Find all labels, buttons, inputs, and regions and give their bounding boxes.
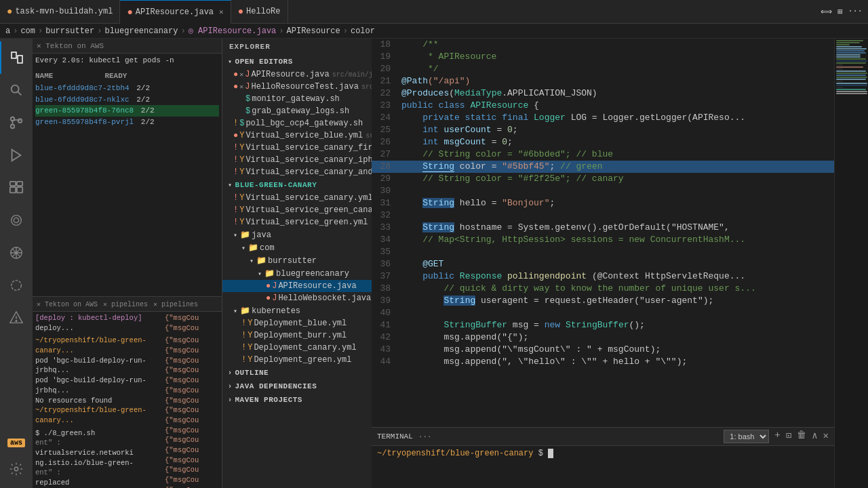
section-java-deps[interactable]: › JAVA DEPENDENCIES xyxy=(222,380,372,393)
bottom-terminal-output: [deploy : kubectl-deploy] deploy... ~/tr… xyxy=(33,312,222,488)
tab-close-button[interactable]: ✕ xyxy=(219,7,224,16)
mini-line-19 xyxy=(836,77,867,78)
tree-folder-k8s-label: kubernetes xyxy=(252,306,300,316)
tree-file-hellowebsocket[interactable]: ● J HelloWebsocket.java xyxy=(222,292,372,304)
open-editor-monitor[interactable]: $ monitor_gateway.sh xyxy=(222,93,372,105)
explorer-title: EXPLORER xyxy=(222,39,372,55)
tree-vsgreen-canary[interactable]: ! Y Virtual_service_green_canary.yml xyxy=(222,204,372,216)
open-editor-poll[interactable]: ! $ poll_bgc_ocp4_gateway.sh xyxy=(222,117,372,129)
tab-task-mvn[interactable]: ● task-mvn-buildah.yml xyxy=(0,0,120,24)
tree-deployment-canary[interactable]: ! Y Deployment_canary.yml xyxy=(222,342,372,354)
editor-area: 18 /** 19 * APIResource 20 */ 21 @Path("… xyxy=(372,39,834,488)
mini-line-23 xyxy=(836,85,867,86)
activity-warning-icon[interactable] xyxy=(0,302,33,334)
section-java-deps-label: JAVA DEPENDENCIES xyxy=(235,382,317,390)
open-file-name2: HelloResourceTest.java xyxy=(251,82,358,92)
folder-icon-bgc: 📁 xyxy=(264,268,275,279)
section-open-editors[interactable]: ▾ OPEN EDITORS xyxy=(222,55,372,68)
tree-folder-kubernetes[interactable]: ▾ 📁 kubernetes xyxy=(222,304,372,317)
activity-kubernetes-icon[interactable] xyxy=(0,237,33,269)
tree-folder-bluegreencanary[interactable]: ▾ 📁 bluegreencanary xyxy=(222,267,372,280)
mini-line-12 xyxy=(836,62,866,64)
tab-hello[interactable]: ● HelloRe xyxy=(231,0,288,24)
activity-git-icon[interactable] xyxy=(0,106,33,139)
pod-row-1: blue-6fddd9d8c7-2tbh4 2/2 xyxy=(35,83,219,94)
mini-line-5 xyxy=(836,48,867,49)
section-blue-green-canary[interactable]: ▾ BLUE-GREEN-CANARY xyxy=(222,178,372,192)
open-editor-api-resource[interactable]: ● ✕ J APIResource.java src/main/java/com… xyxy=(222,68,372,81)
tab-dot-icon: ● xyxy=(7,6,12,17)
open-editor-grab[interactable]: $ grab_gateway_logs.sh xyxy=(222,105,372,117)
terminal-more-icon[interactable]: ··· xyxy=(418,432,432,441)
code-editor[interactable]: 18 /** 19 * APIResource 20 */ 21 @Path("… xyxy=(372,39,834,427)
yaml-icon3: Y xyxy=(239,218,244,227)
yaml-icon-deploy-burr: Y xyxy=(248,331,252,340)
activity-openshift-icon[interactable] xyxy=(0,204,33,237)
tekton-aws-tab[interactable]: ✕ Tekton on AWS xyxy=(37,300,98,308)
tree-file-apiresource[interactable]: ● J APIResource.java xyxy=(222,280,372,292)
terminal-tab-label[interactable]: TERMINAL xyxy=(377,432,413,441)
file-icon-yaml4: Y xyxy=(239,167,244,177)
open-editor-vsblue[interactable]: ● Y Virtual_service_blue.yml src/main/is… xyxy=(222,129,372,142)
tree-folder-com[interactable]: ▾ 📁 com xyxy=(222,241,372,254)
aws-badge[interactable]: aws xyxy=(7,439,25,447)
minimap-content xyxy=(835,39,868,96)
terminal-trash-icon[interactable]: 🗑 xyxy=(797,430,806,443)
tree-folder-java-label: java xyxy=(252,230,271,240)
tree-vscanary[interactable]: ! Y Virtual_service_canary.yml xyxy=(222,192,372,204)
tree-deployment-blue[interactable]: ! Y Deployment_blue.yml xyxy=(222,317,372,329)
open-editor-hello-test[interactable]: ● ✕ J HelloResourceTest.java src/test/ja… xyxy=(222,81,372,93)
open-editor-vscanary-iphone[interactable]: ! Y Virtual_service_canary_iphone.yml sr… xyxy=(222,154,372,166)
open-editor-vscanary-ff[interactable]: ! Y Virtual_service_canary_firefox.yml s… xyxy=(222,142,372,154)
activity-explorer-icon[interactable] xyxy=(0,41,33,74)
terminal-prompt: $ xyxy=(538,449,548,458)
left-panel-kubectl-output: Every 2.0s: kubectl get pods -n NAME REA… xyxy=(33,54,222,296)
terminal-bash-select[interactable]: 1: bash xyxy=(724,430,769,443)
tree-folder-burrsutter[interactable]: ▾ 📁 burrsutter xyxy=(222,254,372,267)
tree-vsgreen[interactable]: ! Y Virtual_service_green.yml xyxy=(222,216,372,228)
open-file-path2: src/test/java/c... xyxy=(361,83,372,91)
code-line-28-highlighted: 28 String color = "#5bbf45"; // green xyxy=(372,161,834,173)
pipelines-tab-2[interactable]: ✕ pipelines xyxy=(153,300,198,308)
terminal-split-icon[interactable]: ⊡ xyxy=(786,430,791,443)
yaml-icon-deploy-green: Y xyxy=(248,355,252,365)
more-actions-icon[interactable]: ··· xyxy=(848,7,863,17)
terminal-collapse-icon[interactable]: ∧ xyxy=(812,430,817,443)
activity-extensions-icon[interactable] xyxy=(0,171,33,204)
tree-folder-burrsutter-label: burrsutter xyxy=(268,256,317,266)
activity-run-icon[interactable] xyxy=(0,139,33,171)
pod-ready-4: 2/2 xyxy=(141,118,155,126)
activity-settings-icon[interactable] xyxy=(0,453,33,485)
section-maven[interactable]: › MAVEN PROJECTS xyxy=(222,393,372,407)
close-icon2[interactable]: ✕ xyxy=(239,83,243,91)
split-editor-icon[interactable]: ⟺ xyxy=(821,7,832,17)
mini-line-4 xyxy=(836,46,862,47)
tree-deployment-green[interactable]: ! Y Deployment_green.yml xyxy=(222,354,372,366)
svg-point-15 xyxy=(12,281,22,291)
error-icon2: ! xyxy=(233,205,238,215)
open-file-name5: poll_bgc_ocp4_gateway.sh xyxy=(245,119,363,128)
svg-rect-11 xyxy=(17,182,22,186)
section-outline[interactable]: › OUTLINE xyxy=(222,366,372,380)
terminal-tab-bar: TERMINAL ··· 1: bash + ⊡ 🗑 ∧ ✕ xyxy=(372,428,834,446)
section-outline-label: OUTLINE xyxy=(235,369,269,377)
tab-api-resource[interactable]: ● APIResource.java ✕ xyxy=(120,0,231,24)
tree-deployment-burr[interactable]: ! Y Deployment_burr.yml xyxy=(222,329,372,342)
code-line-38: 38 // quick & dirty way to know the numb… xyxy=(372,283,834,295)
activity-search-icon[interactable] xyxy=(0,74,33,106)
open-editor-vscanary-android[interactable]: ! Y Virtual_service_canary_android.yml s… xyxy=(222,166,372,178)
tab-error-icon: ● xyxy=(127,7,132,18)
breadcrumb-file: ◎ APIResource.java xyxy=(189,26,277,36)
chevron-down-icon5: ▾ xyxy=(250,257,254,265)
tree-folder-java[interactable]: ▾ 📁 java xyxy=(222,228,372,241)
section-open-editors-label: OPEN EDITORS xyxy=(235,58,293,66)
terminal-body: ~/tryopenshift/blue-green-canary $ xyxy=(372,446,834,488)
terminal-new-icon[interactable]: + xyxy=(774,430,780,443)
tab-label: task-mvn-buildah.yml xyxy=(15,7,113,16)
pipelines-tab-1[interactable]: ✕ pipelines xyxy=(103,300,148,308)
activity-pipelines-icon[interactable] xyxy=(0,269,33,302)
terminal-close-icon[interactable]: ✕ xyxy=(823,430,829,443)
close-icon[interactable]: ✕ xyxy=(239,70,243,79)
code-line-31: 31 String hello = "Bonjour"; xyxy=(372,197,834,209)
layout-icon[interactable]: ⊞ xyxy=(837,7,842,17)
